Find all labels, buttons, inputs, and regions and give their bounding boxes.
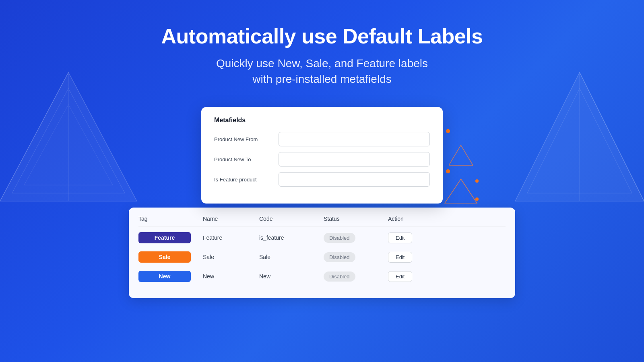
metafield-input-3[interactable] <box>279 172 430 187</box>
labels-table-wrapper: Tag Name Code Status Action Feature Feat… <box>129 208 515 298</box>
col-header-status: Status <box>324 216 388 222</box>
page-subtitle: Quickly use New, Sale, and Feature label… <box>216 56 428 87</box>
metafield-row-3: Is Feature product <box>214 172 430 187</box>
metafield-row-2: Product New To <box>214 152 430 167</box>
page-content: Automatically use Default Labels Quickly… <box>0 0 644 298</box>
orange-dot-2 <box>446 169 450 173</box>
table-row: New New New Disabled Edit <box>138 267 506 286</box>
code-cell-sale: Sale <box>259 254 324 260</box>
status-cell-sale: Disabled <box>324 252 388 262</box>
edit-button-sale[interactable]: Edit <box>388 252 412 263</box>
status-cell-new: Disabled <box>324 272 388 282</box>
metafields-card-title: Metafields <box>214 117 430 124</box>
page-title: Automatically use Default Labels <box>161 24 483 48</box>
name-cell-new: New <box>203 273 259 280</box>
tag-cell-new: New <box>138 271 203 282</box>
code-cell-new: New <box>259 273 324 280</box>
tag-badge-new: New <box>138 271 191 282</box>
metafield-label-1: Product New From <box>214 136 279 142</box>
edit-button-feature[interactable]: Edit <box>388 232 412 243</box>
status-badge-feature: Disabled <box>324 233 355 243</box>
code-cell-feature: is_feature <box>259 234 324 241</box>
tag-badge-sale: Sale <box>138 251 191 263</box>
col-header-action: Action <box>388 216 436 222</box>
col-header-code: Code <box>259 216 324 222</box>
metafield-input-1[interactable] <box>279 132 430 146</box>
table-row: Feature Feature is_feature Disabled Edit <box>138 228 506 247</box>
metafield-input-2[interactable] <box>279 152 430 167</box>
metafield-row-1: Product New From <box>214 132 430 146</box>
status-badge-new: Disabled <box>324 272 355 282</box>
metafields-card: Metafields Product New From Product New … <box>201 107 443 204</box>
name-cell-sale: Sale <box>203 254 259 260</box>
table-header: Tag Name Code Status Action <box>138 216 506 226</box>
orange-dot-1 <box>446 129 450 133</box>
status-cell-feature: Disabled <box>324 233 388 243</box>
action-cell-feature[interactable]: Edit <box>388 232 436 243</box>
metafield-label-2: Product New To <box>214 156 279 162</box>
tag-cell-sale: Sale <box>138 251 203 263</box>
name-cell-feature: Feature <box>203 234 259 241</box>
table-row: Sale Sale Sale Disabled Edit <box>138 247 506 267</box>
col-header-tag: Tag <box>138 216 203 222</box>
action-cell-sale[interactable]: Edit <box>388 252 436 263</box>
metafield-label-3: Is Feature product <box>214 177 279 183</box>
tag-badge-feature: Feature <box>138 232 191 243</box>
edit-button-new[interactable]: Edit <box>388 271 412 282</box>
action-cell-new[interactable]: Edit <box>388 271 436 282</box>
status-badge-sale: Disabled <box>324 252 355 262</box>
triangle-lines-decoration <box>447 143 475 167</box>
tag-cell-feature: Feature <box>138 232 203 243</box>
col-header-name: Name <box>203 216 259 222</box>
